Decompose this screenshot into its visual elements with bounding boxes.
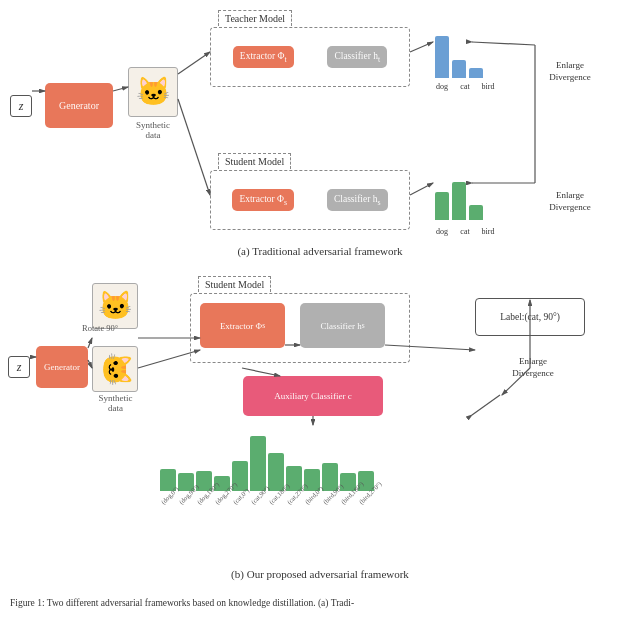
bar-label-10: (bird,180°) — [340, 489, 356, 505]
bar-label-11: (bird,270°) — [358, 489, 374, 505]
synthetic-label-bottom: Syntheticdata — [88, 393, 143, 413]
bar-label-5: (cat,90°) — [250, 489, 266, 505]
bar-label-2: (dog,180°) — [196, 489, 212, 505]
student-model-label-bottom: Student Model — [198, 276, 271, 292]
teacher-model-label: Teacher Model — [218, 10, 292, 26]
bar-label-9: (bird,90°) — [322, 489, 338, 505]
bar-label-3: (dog,270°) — [214, 489, 230, 505]
bar-chart-teacher — [435, 23, 483, 78]
cat-label-t: cat — [458, 82, 472, 91]
student-model-box: Extractor Φs Classifier hs — [210, 170, 410, 230]
z-input-bottom: z — [8, 356, 30, 378]
synthetic-image-b2-rotated: 🐱 — [92, 346, 138, 392]
dog-label-t: dog — [435, 82, 449, 91]
bar-bird-student — [469, 205, 483, 220]
enlarge-divergence-top: EnlargeDivergence — [540, 60, 600, 83]
bar-labels-teacher: dog cat bird — [435, 82, 495, 91]
traditional-framework: Teacher Model Extractor Φt Classifier ht… — [0, 5, 640, 265]
bird-label-t: bird — [481, 82, 495, 91]
extractor-t-box: Extractor Φt — [233, 46, 294, 69]
bar-label-8: (bird,0°) — [304, 489, 320, 505]
bar-cat-student — [452, 182, 466, 220]
figure-caption: Figure 1: Two different adversarial fram… — [10, 597, 630, 610]
enlarge-divergence-bottom: EnlargeDivergence — [503, 356, 563, 379]
classifier-s-box: Classifier hs — [327, 189, 388, 212]
bar-cat-teacher — [452, 60, 466, 78]
bar-chart-student — [435, 165, 483, 220]
enlarge-divergence-top2: EnlargeDivergence — [540, 190, 600, 213]
bar-5 — [250, 436, 266, 491]
bar-chart-proposed — [160, 426, 374, 491]
bar-bird-teacher — [469, 68, 483, 78]
label-box: Label:(cat, 90°) — [475, 298, 585, 336]
bar-label-0: (dog,0°) — [160, 489, 176, 505]
classifier-s-bottom: Classifier hs — [300, 303, 385, 348]
classifier-t-box: Classifier ht — [327, 46, 387, 69]
extractor-s-box: Extractor Φs — [232, 189, 294, 212]
extractor-s-bottom: Extractor Φs — [200, 303, 285, 348]
z-input-top: z — [10, 95, 32, 117]
synthetic-label-top: Syntheticdata — [128, 120, 178, 140]
auxiliary-classifier: Auxiliary Classifier c — [243, 376, 383, 416]
caption-traditional: (a) Traditional adversarial framework — [0, 245, 640, 257]
generator-bottom: Generator — [36, 346, 88, 388]
dog-label-s: dog — [435, 227, 449, 236]
teacher-model-box: Extractor Φt Classifier ht — [210, 27, 410, 87]
bar-label-4: (cat,0°) — [232, 489, 248, 505]
bar-labels-student: dog cat bird — [435, 227, 495, 236]
bar-label-7: (cat,270°) — [286, 489, 302, 505]
bar-label-1: (dog,90°) — [178, 489, 194, 505]
bar-dog-teacher — [435, 36, 449, 78]
bar-chart-labels: (dog,0°) (dog,90°) (dog,180°) (dog,270°)… — [160, 492, 374, 499]
cat-label-s: cat — [458, 227, 472, 236]
student-model-label-top: Student Model — [218, 153, 291, 169]
rotate-label: Rotate 90° — [82, 323, 118, 333]
bar-label-6: (cat,180°) — [268, 489, 284, 505]
bird-label-s: bird — [481, 227, 495, 236]
caption-proposed: (b) Our proposed adversarial framework — [0, 568, 640, 580]
generator-top: Generator — [45, 83, 113, 128]
proposed-framework: Student Model Extractor Φs Classifier hs… — [0, 268, 640, 588]
synthetic-image-top: 🐱 — [128, 67, 178, 117]
bar-dog-student — [435, 192, 449, 220]
